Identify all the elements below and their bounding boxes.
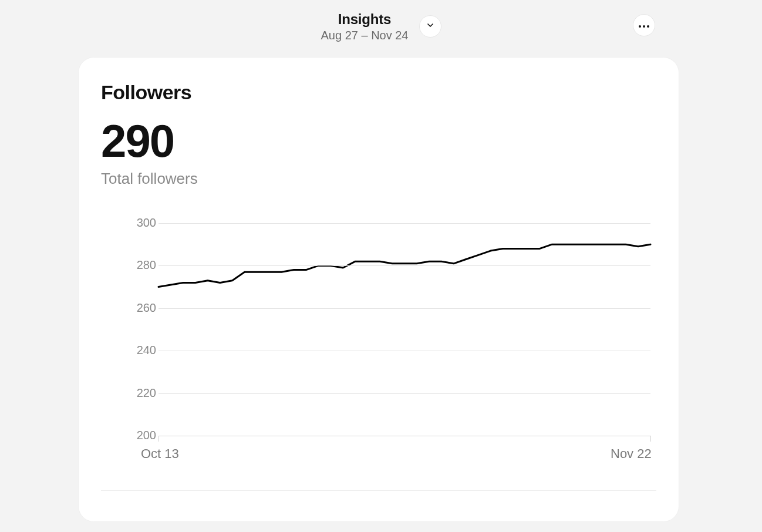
x-tick-label: Nov 22 — [611, 446, 652, 462]
gridline — [159, 393, 650, 394]
svg-point-2 — [647, 25, 649, 28]
gridline — [159, 223, 650, 224]
svg-point-1 — [643, 25, 645, 28]
y-tick-label: 280 — [121, 258, 156, 272]
header-titles: Insights Aug 27 – Nov 24 — [321, 11, 409, 42]
followers-card: Followers 290 Total followers 2002202402… — [79, 58, 679, 521]
date-range-dropdown-button[interactable] — [419, 15, 441, 38]
page-header: Insights Aug 27 – Nov 24 — [0, 0, 762, 53]
header-center: Insights Aug 27 – Nov 24 — [321, 11, 441, 42]
svg-point-0 — [639, 25, 641, 28]
page-title: Insights — [321, 11, 409, 28]
y-tick-label: 200 — [121, 429, 156, 442]
y-tick-label: 220 — [121, 386, 156, 400]
gridline — [159, 351, 650, 351]
gridline — [159, 308, 650, 309]
y-tick-label: 240 — [121, 344, 156, 357]
x-tick — [159, 436, 159, 442]
x-axis — [159, 436, 650, 436]
x-tick-label: Oct 13 — [141, 446, 179, 462]
followers-count-label: Total followers — [101, 170, 656, 188]
more-options-button[interactable] — [633, 14, 655, 36]
more-horizontal-icon — [638, 20, 650, 31]
chevron-down-icon — [426, 21, 435, 32]
gridline — [159, 265, 650, 266]
date-range-label: Aug 27 – Nov 24 — [321, 29, 409, 42]
y-tick-label: 260 — [121, 301, 156, 315]
section-title: Followers — [101, 81, 656, 104]
x-tick — [650, 436, 651, 442]
followers-count: 290 — [101, 118, 656, 164]
card-divider — [101, 490, 656, 491]
y-tick-label: 300 — [121, 216, 156, 230]
followers-chart: 200220240260280300Oct 13Nov 22 — [101, 218, 656, 477]
followers-line — [159, 218, 650, 437]
